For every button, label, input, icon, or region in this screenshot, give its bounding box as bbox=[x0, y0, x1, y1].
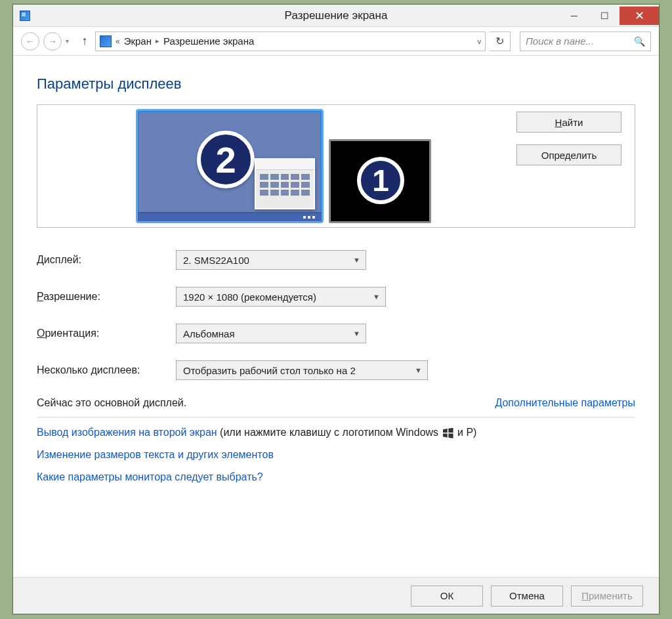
find-button[interactable]: ННайтиайти bbox=[516, 112, 621, 133]
search-placeholder: Поиск в пане... bbox=[526, 35, 594, 47]
project-suffix2: и P) bbox=[455, 427, 477, 438]
close-button[interactable]: ✕ bbox=[620, 7, 659, 25]
refresh-button[interactable]: ↻ bbox=[490, 32, 511, 51]
back-button[interactable]: ← bbox=[21, 32, 39, 51]
orientation-select[interactable]: Альбомная ▼ bbox=[176, 324, 366, 343]
chevron-down-icon: ▼ bbox=[353, 330, 360, 337]
app-window-icon bbox=[255, 158, 315, 209]
navigation-toolbar: ← → ▾ ↑ « Экран ▸ Разрешение экрана v ↻ … bbox=[13, 27, 659, 56]
preview-buttons: ННайтиайти Определить bbox=[516, 112, 621, 165]
identify-button[interactable]: Определить bbox=[516, 144, 621, 165]
separator bbox=[37, 417, 635, 417]
monitor-2[interactable]: 2 bbox=[136, 109, 324, 223]
orientation-row: Ориентация: Альбомная ▼ bbox=[37, 324, 635, 343]
windows-logo-icon bbox=[443, 428, 453, 438]
search-icon: 🔍 bbox=[634, 36, 645, 47]
project-screen-link[interactable]: Вывод изображения на второй экран bbox=[37, 427, 217, 438]
resolution-row: Разрешение: 1920 × 1080 (рекомендуется) … bbox=[37, 287, 635, 307]
cancel-button[interactable]: Отмена bbox=[491, 586, 563, 607]
multiple-displays-row: Несколько дисплеев: Отобразить рабочий с… bbox=[37, 360, 635, 380]
maximize-button[interactable]: ☐ bbox=[589, 7, 620, 25]
monitor-layout[interactable]: 2 1 bbox=[136, 109, 431, 223]
history-dropdown-icon[interactable]: ▾ bbox=[66, 37, 69, 45]
location-icon bbox=[100, 35, 112, 47]
status-row: Сейчас это основной дисплей. Дополнитель… bbox=[37, 397, 635, 409]
monitor-2-number: 2 bbox=[197, 131, 255, 188]
resolution-label: Разрешение: bbox=[37, 291, 176, 303]
search-input[interactable]: Поиск в пане... 🔍 bbox=[520, 32, 651, 51]
display-preview: 2 1 ННайтиайти Определить bbox=[37, 104, 635, 228]
resolution-value: 1920 × 1080 (рекомендуется) bbox=[183, 291, 316, 303]
titlebar[interactable]: Разрешение экрана ─ ☐ ✕ bbox=[13, 5, 659, 27]
project-link-row: Вывод изображения на второй экран (или н… bbox=[37, 427, 635, 438]
forward-button[interactable]: → bbox=[43, 32, 62, 51]
orientation-value: Альбомная bbox=[183, 328, 235, 339]
chevron-down-icon: ▼ bbox=[353, 256, 360, 264]
window-controls: ─ ☐ ✕ bbox=[559, 7, 659, 25]
resize-text-row: Изменение размеров текста и других элеме… bbox=[37, 449, 635, 461]
breadcrumb-resolution[interactable]: Разрешение экрана bbox=[163, 35, 254, 47]
main-display-status: Сейчас это основной дисплей. bbox=[37, 397, 186, 409]
display-value: 2. SMS22A100 bbox=[183, 255, 249, 266]
address-dropdown-icon[interactable]: v bbox=[478, 37, 482, 45]
window-title: Разрешение экрана bbox=[285, 9, 388, 22]
resolution-select[interactable]: 1920 × 1080 (рекомендуется) ▼ bbox=[176, 287, 386, 307]
crumb-back-icon: « bbox=[116, 37, 120, 46]
page-title: Параметры дисплеев bbox=[37, 75, 635, 93]
which-params-row: Какие параметры монитора следует выбрать… bbox=[37, 471, 635, 483]
chevron-down-icon: ▼ bbox=[415, 366, 422, 374]
minimize-button[interactable]: ─ bbox=[559, 7, 589, 25]
apply-button[interactable]: Применить bbox=[571, 586, 643, 607]
window-icon bbox=[20, 11, 30, 21]
display-row: Дисплей: 2. SMS22A100 ▼ bbox=[37, 250, 635, 270]
monitor-1-number: 1 bbox=[357, 157, 404, 204]
taskbar-icon bbox=[138, 212, 322, 221]
multiple-displays-label: Несколько дисплеев: bbox=[37, 364, 176, 376]
monitor-1[interactable]: 1 bbox=[329, 139, 431, 223]
content-area: Параметры дисплеев 2 1 ННайтиайти bbox=[13, 56, 659, 483]
breadcrumb-screen[interactable]: Экран bbox=[124, 35, 152, 47]
multiple-displays-value: Отобразить рабочий стол только на 2 bbox=[183, 365, 356, 376]
orientation-label: Ориентация: bbox=[37, 328, 176, 339]
advanced-settings-link[interactable]: Дополнительные параметры bbox=[495, 397, 635, 409]
project-suffix: (или нажмите клавишу с логотипом Windows bbox=[217, 427, 442, 438]
address-bar[interactable]: « Экран ▸ Разрешение экрана v bbox=[95, 32, 486, 51]
which-params-link[interactable]: Какие параметры монитора следует выбрать… bbox=[37, 471, 263, 482]
display-select[interactable]: 2. SMS22A100 ▼ bbox=[176, 250, 366, 270]
resize-text-link[interactable]: Изменение размеров текста и других элеме… bbox=[37, 449, 274, 460]
bottom-bar: ОК Отмена Применить bbox=[13, 577, 659, 614]
chevron-down-icon: ▼ bbox=[373, 293, 380, 301]
chevron-right-icon: ▸ bbox=[156, 37, 159, 45]
up-button[interactable]: ↑ bbox=[78, 34, 91, 48]
ok-button[interactable]: ОК bbox=[411, 586, 483, 607]
screen-resolution-window: Разрешение экрана ─ ☐ ✕ ← → ▾ ↑ « Экран … bbox=[12, 4, 660, 614]
display-label: Дисплей: bbox=[37, 254, 176, 266]
multiple-displays-select[interactable]: Отобразить рабочий стол только на 2 ▼ bbox=[176, 360, 428, 380]
